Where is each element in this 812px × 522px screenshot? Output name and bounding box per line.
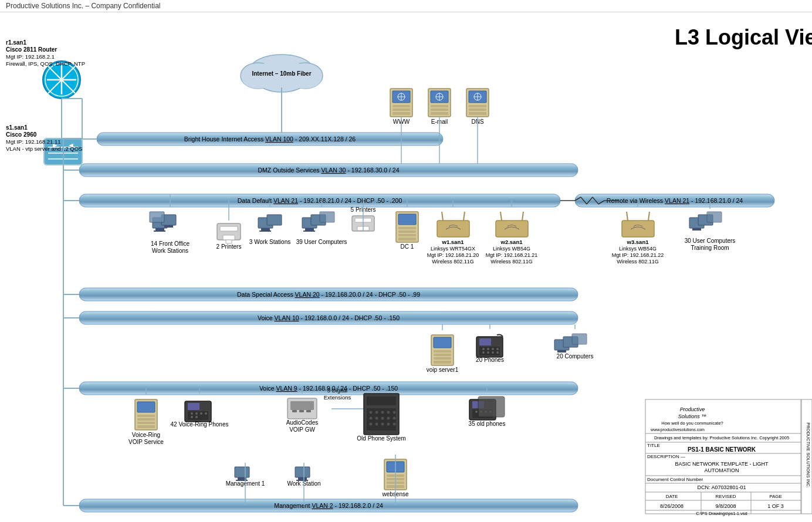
w1-type: Wireless 802.11G xyxy=(432,259,474,265)
svg-point-151 xyxy=(195,416,198,418)
oldphones35-label: 35 old phones xyxy=(469,421,506,427)
svg-rect-57 xyxy=(154,231,165,232)
w2-router-icon xyxy=(496,212,528,237)
svg-rect-60 xyxy=(150,212,164,222)
tb-page-value: 1 OF 3 xyxy=(767,503,784,509)
svg-rect-42 xyxy=(431,109,448,111)
svg-rect-51 xyxy=(469,112,486,115)
vlan21-remote-label: Remote via Wireless VLAN 21 - 192.168.21… xyxy=(607,197,743,204)
svg-rect-69 xyxy=(259,231,271,232)
workstations3-label: 3 Work Stations xyxy=(249,239,290,245)
switch-features: VLAN - vtp server and L2 QOS xyxy=(6,145,82,152)
svg-point-169 xyxy=(375,417,378,420)
company-logo-text: Productive xyxy=(680,406,705,412)
tb-desc-value1: BASIC NETWORK TEMPLATE - LIGHT xyxy=(675,461,769,467)
svg-rect-34 xyxy=(393,109,410,111)
old-phone-icon xyxy=(364,394,399,435)
svg-point-148 xyxy=(200,412,202,415)
w2-model: Linksys WB54G xyxy=(493,246,530,252)
svg-rect-110 xyxy=(707,212,722,222)
svg-line-95 xyxy=(522,212,523,221)
vlan10-label: Voice VLAN 10 - 192.168.0.0 / 24 - DHCP … xyxy=(258,314,400,321)
svg-point-126 xyxy=(482,351,485,354)
tb-desc-value2: AUTOMATION xyxy=(704,467,739,473)
printers1-icon xyxy=(217,223,241,243)
switch-name: s1.san1 xyxy=(6,124,28,131)
svg-rect-145 xyxy=(188,411,208,420)
svg-point-166 xyxy=(387,411,390,414)
svg-rect-33 xyxy=(393,105,410,107)
svg-rect-113 xyxy=(434,337,451,348)
switch-ip: Mgt IP: 192.168.21.11 xyxy=(6,138,60,145)
svg-point-147 xyxy=(195,412,198,415)
svg-rect-141 xyxy=(137,425,155,428)
svg-rect-161 xyxy=(367,396,396,405)
svg-rect-156 xyxy=(299,410,304,412)
svg-rect-87 xyxy=(398,238,416,240)
w1-router-icon xyxy=(437,212,469,237)
w3-type: Wireless 802.11G xyxy=(617,259,659,265)
side-label: PRODUCTIVE SOLUTIONS INC. xyxy=(806,422,811,488)
svg-rect-192 xyxy=(295,467,310,477)
tb-file-path: C:\PS Drawings\ps1-1.vsd xyxy=(696,511,747,516)
training-label2: Training Room xyxy=(691,245,729,251)
audiocodes-label1: AudioCodes xyxy=(286,419,318,426)
svg-rect-74 xyxy=(303,231,315,232)
svg-point-125 xyxy=(496,348,499,350)
svg-rect-116 xyxy=(434,357,451,360)
tb-desc-label: DESCRIPTION — xyxy=(647,454,685,459)
svg-point-164 xyxy=(375,411,378,414)
tb-revised-value: 9/8/2008 xyxy=(715,503,736,509)
svg-rect-186 xyxy=(478,396,505,417)
old-phone-label: Old Phone System xyxy=(357,435,405,442)
dns-server xyxy=(466,89,489,117)
svg-point-182 xyxy=(475,411,478,413)
svg-rect-115 xyxy=(434,354,451,356)
training-label1: 30 User Computers xyxy=(685,238,736,244)
svg-rect-157 xyxy=(306,410,311,412)
svg-rect-76 xyxy=(320,212,334,222)
svg-rect-56 xyxy=(155,228,164,231)
svg-point-123 xyxy=(487,348,489,350)
oldphones35-icon xyxy=(469,396,505,420)
svg-point-172 xyxy=(393,417,396,420)
tb-dcn-label: Document Control Number xyxy=(647,477,703,482)
svg-rect-140 xyxy=(137,422,155,424)
w1-name: w1.san1 xyxy=(442,239,465,245)
svg-rect-93 xyxy=(496,221,528,237)
svg-rect-35 xyxy=(393,112,410,115)
router-model: Cisco 2811 Router xyxy=(6,46,57,53)
svg-rect-50 xyxy=(469,109,486,111)
svg-point-177 xyxy=(393,423,396,426)
svg-point-149 xyxy=(205,412,207,415)
front-office-label1: 14 Front Office xyxy=(151,240,190,247)
svg-rect-138 xyxy=(137,415,155,417)
svg-point-146 xyxy=(191,412,193,415)
switch-model: Cisco 2960 xyxy=(6,131,37,138)
svg-line-91 xyxy=(463,212,465,221)
svg-line-94 xyxy=(500,212,502,221)
svg-rect-121 xyxy=(479,347,500,355)
user-computers-label: 39 User Computers xyxy=(296,239,347,245)
vlan20-label: Data Special Access VLAN 20 - 192.168.20… xyxy=(237,291,420,298)
voip-server2-icon xyxy=(135,399,157,430)
w2-type: Wireless 802.11G xyxy=(490,259,533,265)
svg-point-168 xyxy=(370,417,373,420)
main-title: L3 Logical View xyxy=(675,25,812,49)
svg-point-150 xyxy=(191,416,193,418)
tb-page-label: PAGE xyxy=(769,494,782,499)
svg-point-165 xyxy=(381,411,384,414)
tb-title-value: PS1-1 BASIC NETWORK xyxy=(688,446,756,453)
w3-mgt: Mgt IP: 192.168.21.22 xyxy=(612,252,664,258)
svg-point-174 xyxy=(375,423,378,426)
dc1-server xyxy=(396,212,418,242)
digital-ext-label2: Extensions xyxy=(324,394,351,401)
www-server xyxy=(390,89,412,117)
svg-rect-41 xyxy=(431,105,448,107)
svg-rect-114 xyxy=(434,350,451,352)
voip-server-label: voip server1 xyxy=(427,367,459,373)
router-features: Firewall, IPS, QOS, DHCP, NTP xyxy=(6,60,85,67)
svg-rect-144 xyxy=(188,403,199,410)
computers20-label: 20 Computers xyxy=(557,353,594,360)
phones20-label: 20 Phones xyxy=(476,357,504,363)
